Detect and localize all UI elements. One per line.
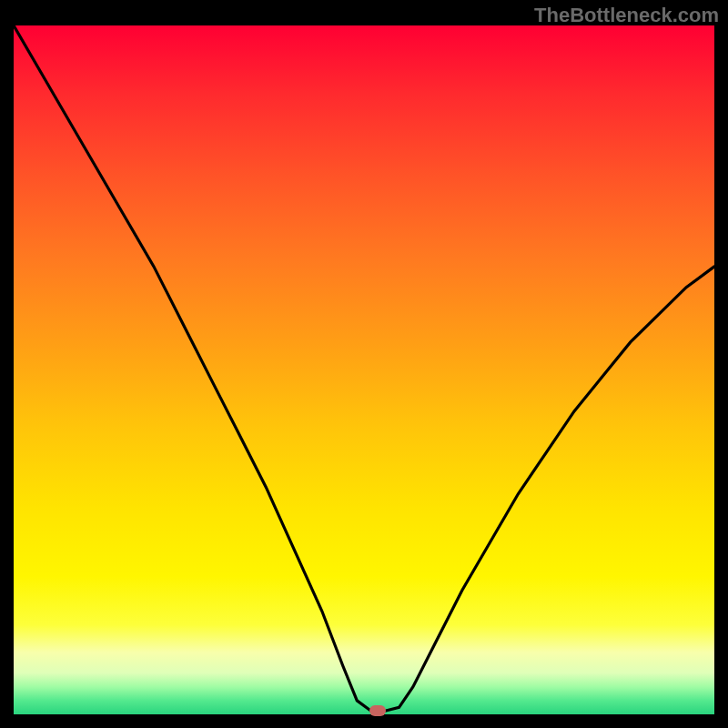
curve-svg (14, 25, 714, 714)
watermark-text: TheBottleneck.com (534, 4, 719, 27)
chart-container: TheBottleneck.com (0, 0, 728, 728)
optimal-point-marker (369, 705, 386, 716)
plot-area (14, 25, 714, 714)
bottleneck-curve (14, 25, 714, 711)
